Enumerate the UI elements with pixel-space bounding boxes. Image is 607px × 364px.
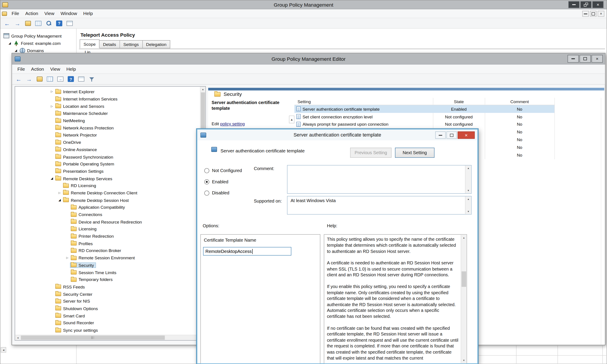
- scroll-up-button[interactable]: ▲: [465, 196, 471, 202]
- tree-item-remote-desktop-services[interactable]: ◢Remote Desktop Services: [15, 175, 200, 182]
- restore-button[interactable]: [580, 1, 592, 8]
- settings-row-set-client-connection-encryption-level[interactable]: Set client connection encryption levelNo…: [295, 113, 554, 121]
- gpm-menu-action[interactable]: Action: [22, 10, 41, 17]
- collapse-description-button[interactable]: ▲: [289, 116, 295, 123]
- tree-item-server-for-nis[interactable]: Server for NIS: [15, 298, 200, 305]
- tree-item-internet-explorer[interactable]: ▷Internet Explorer: [15, 88, 200, 95]
- gpm-menu-file[interactable]: File: [9, 10, 22, 17]
- minimize-button[interactable]: [435, 131, 446, 139]
- tree-item-password-synchronization[interactable]: Password Synchronization: [15, 153, 200, 160]
- column-header-state[interactable]: State: [433, 99, 485, 104]
- collapsed-arrow-icon[interactable]: ▷: [65, 256, 70, 260]
- scroll-up-button[interactable]: ▲: [465, 165, 471, 171]
- tree-item-location-and-sensors[interactable]: ▷Location and Sensors: [15, 103, 200, 110]
- radio-button-icon[interactable]: [204, 179, 209, 184]
- tree-item-remote-desktop-session-host[interactable]: ◢Remote Desktop Session Host: [15, 196, 200, 204]
- settings-row-server-authentication-certificate-template[interactable]: Server authentication certificate templa…: [295, 105, 554, 113]
- tree-item-application-compatibility[interactable]: Application Compatibility: [15, 204, 200, 211]
- tree-item-sync-your-settings[interactable]: Sync your settings: [15, 326, 200, 334]
- tree-item-rd-connection-broker[interactable]: RD Connection Broker: [15, 247, 200, 254]
- tree-item-remote-desktop-connection-client[interactable]: ▷Remote Desktop Connection Client: [15, 189, 200, 196]
- gpm-menu-view[interactable]: View: [41, 10, 57, 17]
- tree-item-internet-information-services[interactable]: Internet Information Services: [15, 95, 200, 103]
- tree-item-group-policy-management[interactable]: Group Policy Management: [3, 32, 62, 39]
- radio-enabled[interactable]: Enabled: [204, 177, 242, 186]
- tree-item-maintenance-scheduler[interactable]: Maintenance Scheduler: [15, 110, 200, 117]
- supported-on-textarea[interactable]: At least Windows Vista ▲ ▼: [287, 196, 472, 214]
- tree-item-temporary-folders[interactable]: Temporary folders: [15, 276, 200, 283]
- supported-scrollbar[interactable]: ▲ ▼: [465, 196, 471, 214]
- tree-item-onedrive[interactable]: OneDrive: [15, 139, 200, 146]
- tree-item-licensing[interactable]: Licensing: [15, 225, 200, 233]
- scroll-down-button[interactable]: ▼: [461, 357, 467, 363]
- comment-textarea[interactable]: ▲ ▼: [287, 165, 472, 194]
- gpme-titlebar[interactable]: Group Policy Management Editor ×: [12, 53, 605, 65]
- export-list-icon[interactable]: →: [57, 75, 64, 83]
- tab-delegation[interactable]: Delegation: [143, 40, 170, 48]
- show-console-tree-icon[interactable]: [36, 75, 43, 83]
- next-setting-button[interactable]: Next Setting: [395, 148, 435, 158]
- expanded-arrow-icon[interactable]: ◢: [57, 198, 62, 202]
- tab-settings[interactable]: Settings: [120, 40, 143, 48]
- tree-item-smart-card[interactable]: Smart Card: [15, 312, 200, 319]
- help-scrollbar[interactable]: ▲ ▼: [461, 234, 466, 364]
- search-icon[interactable]: [45, 19, 53, 27]
- scroll-down-button[interactable]: ▼: [465, 188, 471, 194]
- tree-item-profiles[interactable]: Profiles: [15, 240, 200, 247]
- tree-item-online-assistance[interactable]: Online Assistance: [15, 146, 200, 153]
- filter-button[interactable]: [88, 75, 95, 83]
- gpme-menu-view[interactable]: View: [47, 65, 63, 73]
- tab-details[interactable]: Details: [99, 40, 120, 48]
- tree-item-rss-feeds[interactable]: RSS Feeds: [15, 283, 200, 290]
- tree-item-forest-example-com[interactable]: ◢ Forest: example.com: [9, 39, 61, 47]
- tree-item-network-access-protection[interactable]: Network Access Protection: [15, 124, 200, 132]
- tree-item-network-projector[interactable]: Network Projector: [15, 131, 200, 139]
- help-button[interactable]: ?: [67, 75, 75, 83]
- radio-disabled[interactable]: Disabled: [204, 189, 242, 197]
- column-header-comment[interactable]: Comment: [485, 99, 554, 104]
- forward-icon[interactable]: →: [25, 75, 33, 83]
- child-restore-button[interactable]: [590, 11, 597, 17]
- minimize-button[interactable]: [568, 1, 580, 8]
- gpm-menu-help[interactable]: Help: [80, 10, 96, 17]
- tree-item-security[interactable]: Security: [15, 261, 200, 269]
- column-header-setting[interactable]: Setting: [295, 99, 433, 104]
- minimize-button[interactable]: [568, 55, 579, 63]
- scroll-up-button[interactable]: ▲: [201, 87, 206, 92]
- tree-item-sound-recorder[interactable]: Sound Recorder: [15, 319, 200, 327]
- tree-item-session-time-limits[interactable]: Session Time Limits: [15, 269, 200, 276]
- tree-item-rd-licensing[interactable]: RD Licensing: [15, 182, 200, 189]
- expanded-arrow-icon[interactable]: ◢: [9, 41, 14, 45]
- tree-item-shutdown-options[interactable]: Shutdown Options: [15, 305, 200, 312]
- tree-item-netmeeting[interactable]: NetMeeting: [15, 117, 200, 124]
- settings-row-always-prompt-for-password-upon-connection[interactable]: Always prompt for password upon connecti…: [295, 120, 554, 128]
- scroll-up-button[interactable]: ▲: [461, 234, 467, 240]
- child-close-button[interactable]: ×: [598, 11, 604, 17]
- tree-item-remote-session-environment[interactable]: ▷Remote Session Environment: [15, 254, 200, 261]
- scroll-left-button[interactable]: ◄: [15, 335, 21, 340]
- tab-scope[interactable]: Scope: [80, 39, 100, 48]
- tree-item-connections[interactable]: Connections: [15, 211, 200, 218]
- radio-button-icon[interactable]: [204, 168, 209, 173]
- gpme-menu-help[interactable]: Help: [63, 65, 79, 73]
- gpme-menu-file[interactable]: File: [14, 65, 28, 73]
- collapsed-arrow-icon[interactable]: ▷: [49, 105, 54, 108]
- policy-setting-link[interactable]: policy setting: [220, 121, 245, 126]
- collapsed-arrow-icon[interactable]: ▷: [57, 191, 62, 194]
- show-console-tree-icon[interactable]: [24, 19, 32, 27]
- tree-item-printer-redirection[interactable]: Printer Redirection: [15, 233, 200, 240]
- console-window-icon[interactable]: [46, 75, 54, 83]
- scrollbar-thumb[interactable]: [461, 272, 466, 287]
- scroll-left-button[interactable]: ◄: [1, 347, 6, 353]
- gpme-menu-action[interactable]: Action: [28, 65, 47, 73]
- previous-setting-button[interactable]: Previous Setting: [350, 148, 391, 158]
- tree-item-device-and-resource-redirection[interactable]: Device and Resource Redirection: [15, 218, 200, 225]
- close-button[interactable]: ×: [458, 131, 475, 139]
- radio-not-configured[interactable]: Not Configured: [204, 166, 242, 175]
- comment-scrollbar[interactable]: ▲ ▼: [465, 165, 471, 193]
- gpm-titlebar[interactable]: Group Policy Management ×: [0, 0, 607, 9]
- child-minimize-button[interactable]: [582, 11, 589, 17]
- tree-horizontal-scrollbar[interactable]: ◄ ►: [15, 335, 200, 340]
- scrollbar-thumb[interactable]: [21, 336, 165, 340]
- close-button[interactable]: ×: [593, 1, 604, 8]
